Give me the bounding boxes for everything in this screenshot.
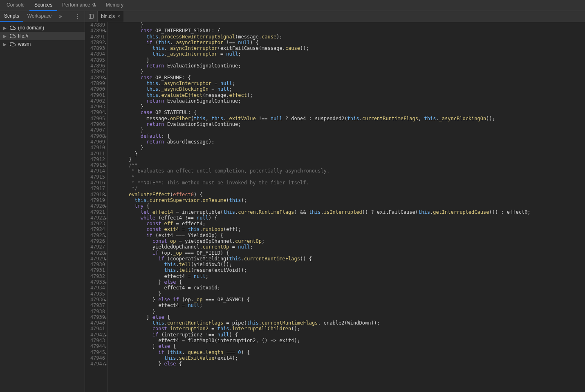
line-number: 47899 (85, 81, 105, 86)
line-number-gutter: 4788947890▾4789147892▾478934789447895478… (85, 22, 108, 392)
expand-arrow-icon: ▶ (3, 26, 7, 30)
code-line: while (effect4 !== null) { (117, 215, 585, 221)
code-line: } (117, 104, 585, 110)
tab-sources[interactable]: Sources (29, 0, 57, 11)
code-line: } (117, 127, 585, 133)
code-line: effect4 = null; (117, 302, 585, 308)
code-line: const exit4 = this.runLoop(eff); (117, 226, 585, 232)
code-line: default: { (117, 133, 585, 139)
tree-item-wasm[interactable]: ▶ wasm (0, 40, 85, 48)
line-number: 47920▾ (85, 203, 105, 209)
line-number: 47930 (85, 262, 105, 267)
tab-console[interactable]: Console (2, 0, 29, 11)
navigator-tree: ▶ (no domain) ▶ file:// ▶ wasm (0, 22, 85, 48)
line-number: 47921 (85, 209, 105, 215)
line-number: 47905 (85, 116, 105, 121)
line-number: 47911 (85, 151, 105, 157)
fold-marker-icon[interactable]: ▾ (105, 362, 107, 367)
code-line: if (interruption2 !== null) { (117, 332, 585, 338)
line-number: 47896 (85, 63, 105, 69)
more-tabs-icon[interactable]: » (56, 13, 65, 19)
code-line: if (this._queue.length === 0) { (117, 349, 585, 355)
code-line: this._asyncInterruptor(exitFailCause(mes… (117, 45, 585, 51)
code-editor[interactable]: 4788947890▾4789147892▾478934789447895478… (85, 22, 585, 392)
sidebar-tab-workspace[interactable]: Workspace (23, 11, 56, 22)
line-number: 47913▾ (85, 162, 105, 168)
cloud-icon (10, 33, 16, 39)
tab-memory[interactable]: Memory (101, 0, 128, 11)
code-line: return absurd(message); (117, 139, 585, 145)
line-number: 47917 (85, 186, 105, 191)
sidebar-kebab-icon[interactable]: ⋮ (71, 13, 85, 20)
sidebar-tabs: Scripts Workspace » ⋮ (0, 11, 85, 22)
line-number: 47891 (85, 34, 105, 40)
sources-sidebar: Scripts Workspace » ⋮ ▶ (no domain) ▶ fi… (0, 11, 85, 392)
code-line: const eff = effect4; (117, 221, 585, 226)
code-line: * Evaluates an effect until completion, … (117, 168, 585, 174)
cloud-icon (10, 41, 16, 47)
code-line: if (exit4 === YieldedOp) { (117, 233, 585, 238)
close-icon[interactable]: × (117, 13, 120, 19)
code-line: } (117, 309, 585, 314)
editor-tab-filename: bin.cjs (101, 13, 115, 19)
code-line: this.evaluateEffect(message.effect); (117, 92, 585, 98)
line-number: 47925▾ (85, 233, 105, 238)
line-number: 47926 (85, 238, 105, 244)
code-line: } (117, 291, 585, 297)
line-number: 47912 (85, 157, 105, 162)
line-number: 47933▾ (85, 279, 105, 285)
line-number: 47903 (85, 104, 105, 110)
code-line: } else { (117, 343, 585, 349)
code-line: if (cooperativeYielding(this.currentRunt… (117, 256, 585, 262)
line-number: 47945▾ (85, 349, 105, 355)
editor-tab-file[interactable]: bin.cjs × (98, 11, 123, 22)
line-number: 47931 (85, 267, 105, 273)
code-line: effect4 = exitVoid; (117, 285, 585, 291)
devtools-top-tabs: Console Sources Performance ⚗ Memory (0, 0, 585, 11)
code-line: } else { (117, 314, 585, 320)
code-line: let effect4 = interruptible(this.current… (117, 209, 585, 215)
tree-item-label: file:// (18, 33, 28, 39)
code-line: return EvaluationSignalContinue; (117, 98, 585, 104)
line-number: 47937 (85, 302, 105, 308)
line-number: 47941 (85, 326, 105, 332)
line-number: 47939▾ (85, 314, 105, 320)
code-line: case OP_INTERRUPT_SIGNAL: { (117, 28, 585, 34)
line-number: 47928▾ (85, 250, 105, 256)
navigator-toggle-icon[interactable] (85, 11, 98, 22)
editor-area: bin.cjs × 4788947890▾4789147892▾47893478… (85, 11, 585, 392)
line-number: 47893 (85, 45, 105, 51)
tree-item-label: (no domain) (18, 25, 44, 31)
line-number: 47906 (85, 121, 105, 127)
tab-performance[interactable]: Performance ⚗ (57, 0, 101, 11)
line-number: 47892▾ (85, 40, 105, 45)
tree-item-label: wasm (18, 41, 31, 47)
code-line: this.currentRuntimeFlags = pipe(this.cur… (117, 320, 585, 326)
line-number: 47907 (85, 127, 105, 133)
line-number: 47897 (85, 69, 105, 74)
line-number: 47901 (85, 92, 105, 98)
sidebar-tab-scripts[interactable]: Scripts (0, 11, 23, 22)
tab-performance-label: Performance (62, 2, 90, 8)
line-number: 47898▾ (85, 75, 105, 81)
code-line: evaluateEffect(effect0) { (117, 192, 585, 197)
line-number: 47944▾ (85, 343, 105, 349)
line-number: 47947▾ (85, 361, 105, 367)
code-line: return EvaluationSignalContinue; (117, 121, 585, 127)
cloud-icon (10, 25, 16, 31)
code-line: if (op._op === OP_YIELD) { (117, 250, 585, 256)
tree-item-no-domain[interactable]: ▶ (no domain) (0, 24, 85, 32)
code-line: if (this._asyncInterruptor !== null) { (117, 40, 585, 45)
line-number: 47908▾ (85, 133, 105, 139)
line-number: 47894 (85, 51, 105, 57)
line-number: 47938 (85, 309, 105, 314)
tree-item-file[interactable]: ▶ file:// (0, 32, 85, 40)
line-number: 47929▾ (85, 256, 105, 262)
code-line: */ (117, 186, 585, 191)
code-content[interactable]: } case OP_INTERRUPT_SIGNAL: { this.proce… (108, 22, 585, 392)
line-number: 47916 (85, 180, 105, 186)
line-number: 47915 (85, 174, 105, 180)
code-line: /** (117, 162, 585, 168)
code-line: this.currentSupervisor.onResume(this); (117, 197, 585, 203)
code-line: } (117, 151, 585, 157)
